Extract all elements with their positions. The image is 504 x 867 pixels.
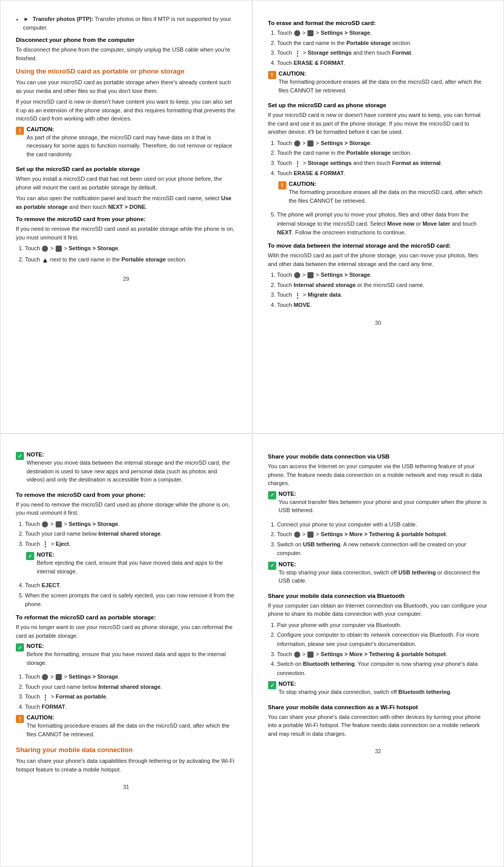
note-content-usb: NOTE: You cannot transfer files between … (279, 491, 489, 517)
move-data-steps: Touch > > Settings > Storage. Touch Inte… (277, 271, 489, 309)
circle-icon-m1 (294, 272, 300, 278)
disconnect-text: To disconnect the phone from the compute… (16, 45, 236, 62)
grid-icon (56, 246, 62, 252)
caution-text-reformat: The formatting procedure erases all the … (27, 721, 236, 738)
erase-step-1: Touch > > Settings > Storage. (277, 29, 489, 38)
rp-step-4: Touch EJECT. (25, 581, 236, 590)
note-box-2: ✓ NOTE: Before ejecting the card, ensure… (26, 551, 236, 578)
note-content-1: NOTE: Whenever you move data between the… (27, 451, 236, 487)
remove-portable-intro: If you need to remove the microSD card u… (16, 225, 236, 242)
note-text-usb2: To stop sharing your data connection, sw… (279, 568, 489, 585)
note-box-usb2: ✓ NOTE: To stop sharing your data connec… (268, 561, 489, 588)
setup-phone-steps: Touch > > Settings > Storage. Touch the … (277, 139, 489, 178)
note-content-usb2: NOTE: To stop sharing your data connecti… (279, 561, 489, 588)
bt-step-4: Switch on Bluetooth tethering. Your comp… (277, 660, 489, 678)
caution-title-1: CAUTION: (27, 126, 236, 132)
caution-box-1: ! CAUTION: As part of the phone storage,… (16, 126, 236, 161)
page-29: ► Transfer photos (PTP): Transfer photos… (0, 0, 252, 433)
phone-steps-cont: The phone will prompt you to move your p… (277, 210, 489, 237)
ptp-label: Transfer photos (PTP): (33, 16, 93, 22)
grid-icon-rp1 (56, 521, 62, 527)
note-content-3: NOTE: Before the formatting, ensure that… (27, 643, 236, 669)
note-box-bt: ✓ NOTE: To stop sharing your data connec… (268, 681, 489, 699)
mtp-bullet: ► Transfer photos (PTP): Transfer photos… (23, 15, 236, 32)
grid-icon-m1 (307, 272, 314, 278)
caution-title-phone: CAUTION: (289, 181, 489, 187)
note-text-usb: You cannot transfer files between your p… (279, 498, 489, 515)
rf-step-1: Touch > > Settings > Storage. (25, 672, 236, 682)
wifi-heading: Share your mobile data connection as a W… (268, 704, 489, 710)
note-title-usb: NOTE: (279, 491, 489, 497)
note-icon-bt: ✓ (268, 681, 276, 689)
move-step-4: Touch MOVE. (277, 301, 489, 310)
erase-format-heading: To erase and format the microSD card: (268, 20, 489, 26)
caution-icon-phone: ! (278, 181, 286, 189)
upload-icon: ▲ (41, 254, 49, 266)
usb-heading: Share your mobile data connection via US… (268, 453, 489, 460)
note-title-bt: NOTE: (279, 681, 452, 687)
erase-format-steps: Touch > > Settings > Storage. Touch the … (277, 29, 489, 67)
bt-step-3: Touch > > Settings > More > Tethering & … (277, 650, 489, 659)
remove-phone-intro: If you need to remove the microSD card u… (16, 500, 236, 517)
remove-portable-steps: Touch > > Settings > Storage. Touch ▲ ne… (25, 244, 236, 266)
rp-step-2: Touch your card name below Internal shar… (25, 529, 236, 539)
bt-step-2: Configure your computer to obtain its ne… (277, 631, 489, 648)
usb-step-1: Connect your phone to your computer with… (277, 520, 489, 529)
page-30: To erase and format the microSD card: To… (252, 0, 505, 433)
sharing-heading: Sharing your mobile data connection (16, 746, 236, 754)
page-number-31: 31 (16, 784, 236, 790)
phone-step-2: Touch the card name in the Portable stor… (277, 149, 489, 158)
erase-step-3: Touch ⋮ > Storage settings and then touc… (277, 49, 489, 58)
usb-step-2: Touch > > Settings > More > Tethering & … (277, 530, 489, 539)
caution-title-erase: CAUTION: (279, 70, 489, 77)
note-icon-usb2: ✓ (268, 562, 276, 570)
rf-step-2: Touch your card name below Internal shar… (25, 683, 236, 692)
note-title-usb2: NOTE: (279, 561, 489, 567)
wifi-intro: You can share your phone's data connecti… (268, 713, 489, 738)
dots-icon-rp3: ⋮ (42, 541, 49, 547)
bluetooth-heading: Share your mobile data connection via Bl… (268, 593, 489, 599)
remove-step-2: Touch ▲ next to the card name in the Por… (25, 254, 236, 266)
bt-step-1: Pair your phone with your computer via B… (277, 621, 489, 630)
note-box-usb: ✓ NOTE: You cannot transfer files betwee… (268, 491, 489, 517)
rp-step-5: When the screen prompts the card is safe… (25, 591, 236, 609)
circle-icon-e1 (294, 30, 300, 36)
remove-phone-cont: Touch EJECT. When the screen prompts the… (25, 581, 236, 609)
move-step-1: Touch > > Settings > Storage. (277, 271, 489, 280)
reformat-steps: Touch > > Settings > Storage. Touch your… (25, 672, 236, 711)
note-box-1: ✓ NOTE: Whenever you move data between t… (16, 451, 236, 487)
caution-content-phone: CAUTION: The formatting procedure erases… (289, 181, 489, 207)
page-container: ► Transfer photos (PTP): Transfer photos… (0, 0, 504, 867)
move-step-3: Touch ⋮ > Migrate data. (277, 291, 489, 300)
erase-step-2: Touch the card name in the Portable stor… (277, 39, 489, 48)
caution-text-1: As part of the phone storage, the microS… (27, 133, 236, 159)
page-number-29: 29 (16, 276, 236, 282)
note-text-1: Whenever you move data between the inter… (27, 459, 236, 484)
caution-text-phone: The formatting procedure erases all the … (289, 188, 489, 205)
reformat-intro: If you no longer want to use your microS… (16, 623, 236, 640)
erase-step-4: Touch ERASE & FORMAT. (277, 59, 489, 68)
rf-step-4: Touch FORMAT. (25, 703, 236, 712)
note-text-3: Before the formatting, ensure that you h… (27, 650, 236, 667)
reformat-heading: To reformat the microSD card as portable… (16, 614, 236, 620)
note-icon-usb: ✓ (268, 491, 276, 499)
note-text-2: Before ejecting the card, ensure that yo… (37, 559, 236, 575)
caution-content-1: CAUTION: As part of the phone storage, t… (27, 126, 236, 161)
arrow-icon: ► (23, 15, 29, 23)
setup-portable-heading: Set up the microSD card as portable stor… (16, 166, 236, 172)
remove-phone-steps: Touch > > Settings > Storage. Touch your… (25, 520, 236, 549)
page-number-32: 32 (268, 748, 489, 754)
portable-intro1: You can use your microSD card as portabl… (16, 78, 236, 95)
grid-icon-u2 (307, 532, 314, 538)
rp-step-3: Touch ⋮ > Eject. (25, 540, 236, 549)
portable-intro2: If your microSD card is new or doesn't h… (16, 98, 236, 123)
grid-icon-rf1 (56, 674, 62, 680)
dots-icon-e3: ⋮ (294, 50, 301, 57)
grid-icon-bt3 (307, 652, 314, 658)
note-icon-1: ✓ (16, 452, 24, 460)
phone-step-1: Touch > > Settings > Storage. (277, 139, 489, 148)
usb-step-3: Switch on USB tethering. A new network c… (277, 540, 489, 558)
grid-icon-p1 (307, 140, 314, 147)
using-microsd-heading: Using the microSD card as portable or ph… (16, 67, 236, 75)
circle-icon-u2 (294, 532, 300, 538)
